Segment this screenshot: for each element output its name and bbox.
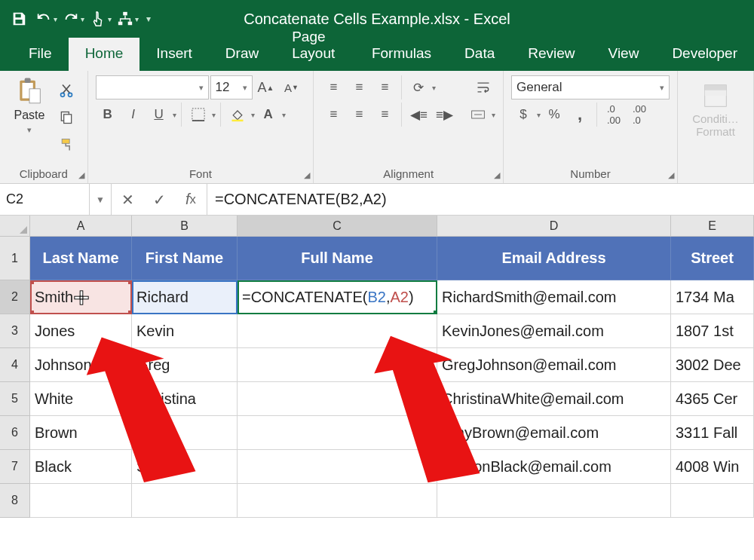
col-header-c[interactable]: C (238, 216, 437, 236)
cell[interactable] (238, 484, 437, 518)
cell[interactable]: 4008 Win (671, 450, 754, 484)
border-icon[interactable] (186, 103, 210, 127)
cell[interactable] (437, 484, 671, 518)
tab-review[interactable]: Review (511, 38, 591, 71)
col-header-b[interactable]: B (132, 216, 238, 236)
header-email[interactable]: Email Address (437, 237, 671, 280)
decrease-font-icon[interactable]: A▼ (280, 75, 304, 99)
percent-icon[interactable]: % (542, 103, 566, 127)
dialog-launcher-icon[interactable]: ◢ (304, 170, 310, 180)
number-format-combo[interactable]: General▾ (511, 75, 670, 99)
font-color-icon[interactable]: A (256, 103, 280, 127)
tab-developer[interactable]: Developer (655, 38, 754, 71)
format-painter-icon[interactable] (54, 133, 78, 157)
merge-center-icon[interactable] (466, 103, 490, 127)
paste-button[interactable]: Paste ▾ (8, 75, 51, 164)
cell[interactable]: Black (30, 450, 132, 484)
tab-insert[interactable]: Insert (139, 38, 209, 71)
currency-icon[interactable]: $ (511, 103, 535, 127)
cell[interactable] (132, 484, 238, 518)
cell[interactable]: 4365 Cer (671, 382, 754, 416)
cancel-formula-icon[interactable]: ✕ (112, 184, 143, 215)
tab-data[interactable]: Data (448, 38, 511, 71)
decrease-indent-icon[interactable]: ◀≡ (406, 103, 431, 127)
tab-view[interactable]: View (592, 38, 656, 71)
qat-customize-icon[interactable]: ▾ (142, 6, 155, 32)
select-all-corner[interactable] (0, 216, 30, 236)
cell-a2[interactable]: Smith (30, 280, 132, 314)
bold-button[interactable]: B (96, 103, 120, 127)
touch-mode-icon[interactable] (87, 6, 113, 32)
align-center-icon[interactable]: ≡ (347, 103, 371, 127)
cell[interactable] (238, 314, 437, 348)
wrap-text-icon[interactable] (471, 75, 495, 99)
cell[interactable] (238, 450, 437, 484)
cell-b2[interactable]: Richard (132, 280, 238, 314)
align-middle-icon[interactable]: ≡ (347, 75, 371, 99)
row-header[interactable]: 4 (0, 348, 30, 382)
header-last-name[interactable]: Last Name (30, 237, 132, 280)
formula-input[interactable]: =CONCATENATE(B2,A2) (207, 184, 754, 215)
cell[interactable]: SharonBlack@email.com (437, 450, 671, 484)
row-header[interactable]: 3 (0, 314, 30, 348)
cell[interactable]: White (30, 382, 132, 416)
increase-indent-icon[interactable]: ≡▶ (432, 103, 456, 127)
row-header-2[interactable]: 2 (0, 280, 30, 314)
row-header[interactable]: 7 (0, 450, 30, 484)
cell[interactable]: KevinJones@email.com (437, 314, 671, 348)
header-first-name[interactable]: First Name (132, 237, 238, 280)
cell[interactable]: Greg (132, 348, 238, 382)
tab-home[interactable]: Home (69, 38, 140, 71)
cell[interactable]: 3002 Dee (671, 348, 754, 382)
orientation-icon[interactable]: ⟳ (406, 75, 431, 99)
cell[interactable]: Brown (30, 416, 132, 450)
fill-color-icon[interactable] (225, 103, 250, 127)
italic-button[interactable]: I (121, 103, 146, 127)
redo-icon[interactable] (60, 6, 86, 32)
conditional-formatting-button[interactable]: Conditi…Formatt (685, 80, 746, 138)
cell[interactable]: Alex (132, 416, 238, 450)
undo-icon[interactable] (33, 6, 59, 32)
row-header[interactable]: 6 (0, 416, 30, 450)
increase-decimal-icon[interactable]: .0.00 (602, 103, 626, 127)
cell[interactable] (671, 484, 754, 518)
col-header-e[interactable]: E (671, 216, 754, 236)
cell-c2[interactable]: =CONCATENATE(B2,A2) (238, 280, 437, 314)
increase-font-icon[interactable]: A▲ (254, 75, 278, 99)
align-right-icon[interactable]: ≡ (372, 103, 397, 127)
cell[interactable]: Christina (132, 382, 238, 416)
cell[interactable] (238, 348, 437, 382)
cell[interactable]: GregJohnson@email.com (437, 348, 671, 382)
cell[interactable]: Sharon (132, 450, 238, 484)
cell[interactable] (238, 416, 437, 450)
cell[interactable]: Kevin (132, 314, 238, 348)
cut-icon[interactable] (54, 78, 78, 103)
cell[interactable]: Jones (30, 314, 132, 348)
cell[interactable]: 3311 Fall (671, 416, 754, 450)
cell[interactable] (238, 382, 437, 416)
dialog-launcher-icon[interactable]: ◢ (494, 170, 500, 180)
dialog-launcher-icon[interactable]: ◢ (668, 170, 674, 180)
cell[interactable]: Johnson (30, 348, 132, 382)
chevron-down-icon[interactable]: ▼ (89, 184, 105, 215)
font-size-combo[interactable]: 12▾ (210, 75, 253, 99)
row-header[interactable]: 8 (0, 484, 30, 518)
dialog-launcher-icon[interactable]: ◢ (78, 170, 84, 180)
copy-icon[interactable] (54, 106, 78, 130)
font-name-combo[interactable]: ▾ (96, 75, 209, 99)
tab-page-layout[interactable]: Page Layout (275, 21, 355, 71)
header-street[interactable]: Street (671, 237, 754, 280)
align-left-icon[interactable]: ≡ (321, 103, 345, 127)
decrease-decimal-icon[interactable]: .00.0 (627, 103, 651, 127)
cell[interactable]: ChristinaWhite@email.com (437, 382, 671, 416)
tab-draw[interactable]: Draw (209, 38, 275, 71)
fill-handle[interactable] (434, 311, 437, 314)
cell[interactable]: AmyBrown@email.com (437, 416, 671, 450)
hierarchy-icon[interactable] (115, 6, 140, 32)
tab-formulas[interactable]: Formulas (355, 38, 448, 71)
cell-d2[interactable]: RichardSmith@email.com (437, 280, 671, 314)
col-header-a[interactable]: A (30, 216, 132, 236)
cell[interactable]: 1807 1st (671, 314, 754, 348)
enter-formula-icon[interactable]: ✓ (143, 184, 175, 215)
col-header-d[interactable]: D (437, 216, 671, 236)
